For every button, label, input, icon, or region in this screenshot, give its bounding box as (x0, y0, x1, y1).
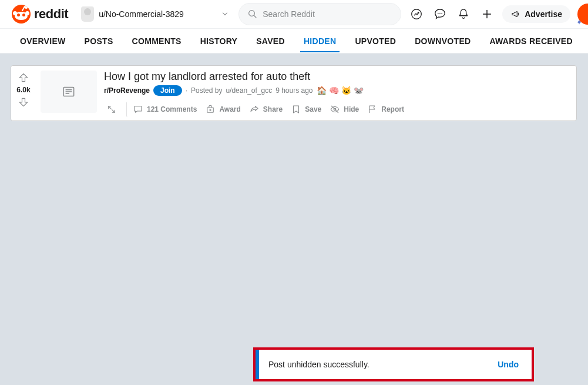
award-icon[interactable]: 🧠 (329, 86, 339, 95)
svg-line-1 (254, 15, 256, 18)
popular-icon[interactable] (406, 4, 427, 25)
top-bar: reddit u/No-Commercial-3829 A (0, 0, 588, 29)
comments-button[interactable]: 121 Comments (126, 102, 200, 117)
avatar-icon (81, 6, 94, 22)
toast-undo-button[interactable]: Undo (493, 360, 532, 369)
join-button[interactable]: Join (153, 85, 182, 96)
advertise-label: Advertise (525, 9, 562, 19)
post-meta: r/ProRevenge Join · Posted by u/dean_of_… (104, 85, 572, 96)
location-label: u/No-Commercial-3829 (99, 9, 184, 19)
search-bar[interactable] (238, 3, 401, 25)
tab-history[interactable]: HISTORY (197, 31, 241, 52)
tab-comments[interactable]: COMMENTS (129, 31, 185, 52)
create-post-icon[interactable] (476, 4, 498, 25)
tab-downvoted[interactable]: DOWNVOTED (411, 31, 474, 52)
svg-point-3 (438, 13, 439, 14)
post-body: How I got my landlord arrested for auto … (102, 66, 576, 120)
chevron-down-icon (221, 10, 229, 18)
reddit-wordmark: reddit (34, 6, 68, 22)
expand-button[interactable] (104, 102, 119, 117)
header-actions: Advertise (406, 4, 579, 25)
tab-awards-received[interactable]: AWARDS RECEIVED (486, 31, 576, 52)
share-button[interactable]: Share (246, 102, 286, 117)
vote-column: 6.0k (11, 66, 36, 120)
svg-point-4 (439, 13, 441, 14)
user-menu[interactable] (577, 4, 588, 25)
award-icon[interactable]: 🐭 (354, 86, 364, 95)
megaphone-icon (510, 9, 521, 19)
search-input[interactable] (263, 9, 392, 19)
report-button[interactable]: Report (364, 102, 408, 117)
toast-notification: Post unhidden successfully. Undo (253, 347, 534, 381)
tab-hidden[interactable]: HIDDEN (300, 31, 340, 52)
advertise-button[interactable]: Advertise (502, 5, 570, 23)
author-link[interactable]: u/dean_of_gcc (226, 86, 272, 95)
notifications-icon[interactable] (453, 4, 474, 25)
upvote-button[interactable] (16, 71, 31, 85)
location-dropdown[interactable]: u/No-Commercial-3829 (81, 6, 234, 22)
chat-icon[interactable] (429, 4, 451, 25)
tab-saved[interactable]: SAVED (253, 31, 288, 52)
award-button[interactable]: Award (201, 102, 244, 117)
tab-upvoted[interactable]: UPVOTED (351, 31, 399, 52)
content-area: 6.0k How I got my landlord arrested for … (0, 53, 588, 133)
tab-overview[interactable]: OVERVIEW (16, 31, 69, 52)
post-thumbnail[interactable] (41, 71, 97, 113)
downvote-button[interactable] (16, 95, 31, 109)
svg-point-5 (442, 13, 443, 14)
award-icon[interactable]: 🐱 (341, 86, 351, 95)
hide-button[interactable]: Hide (326, 102, 362, 117)
vote-score: 6.0k (16, 86, 30, 94)
post-actions: 121 Comments Award Share Save Hide (104, 102, 572, 117)
reddit-snoo-icon (12, 5, 31, 24)
post-title[interactable]: How I got my landlord arrested for auto … (104, 71, 572, 83)
toast-message: Post unhidden successfully. (259, 360, 493, 369)
search-icon (247, 9, 258, 19)
post-age: 9 hours ago (275, 86, 313, 95)
save-button[interactable]: Save (287, 102, 325, 117)
post-card[interactable]: 6.0k How I got my landlord arrested for … (11, 65, 577, 121)
tab-posts[interactable]: POSTS (81, 31, 117, 52)
award-icon[interactable]: 🏠 (317, 86, 327, 95)
subreddit-link[interactable]: r/ProRevenge (104, 86, 150, 95)
awards-row[interactable]: 🏠 🧠 🐱 🐭 (317, 86, 364, 95)
reddit-logo[interactable]: reddit (12, 5, 68, 24)
posted-by-prefix: Posted by (191, 86, 222, 95)
profile-tabs: OVERVIEW POSTS COMMENTS HISTORY SAVED HI… (0, 29, 588, 53)
